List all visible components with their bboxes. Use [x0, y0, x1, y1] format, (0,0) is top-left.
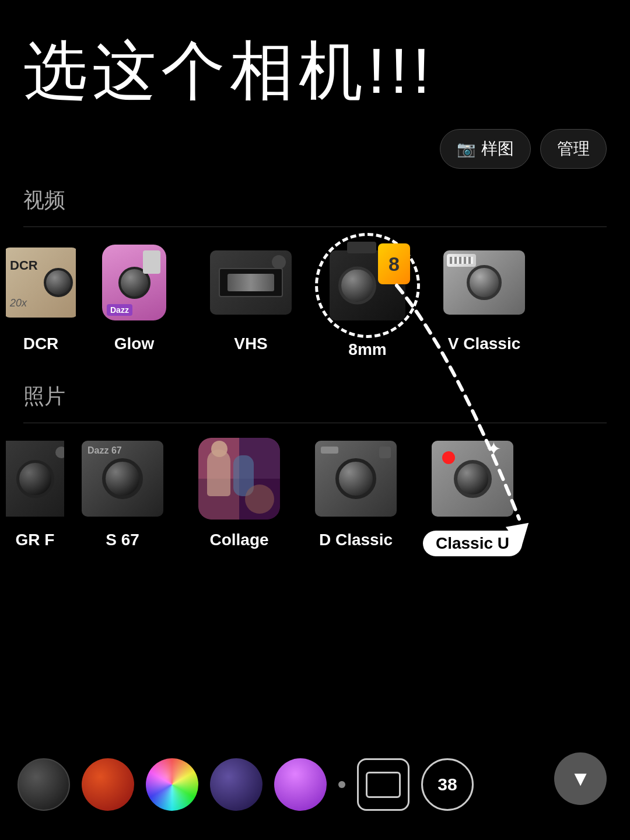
camera-item-vhs[interactable]: VHS: [192, 239, 309, 353]
collage-label: Collage: [209, 531, 268, 549]
grf-label: GR F: [16, 531, 55, 549]
video-section-label: 视频: [0, 180, 630, 226]
dcr-label: DCR: [23, 334, 59, 353]
camera-item-vclassic[interactable]: V Classic: [426, 239, 542, 353]
filter-dot-black[interactable]: [18, 758, 70, 811]
filter-dot-multicolor[interactable]: [146, 758, 198, 811]
camera-item-s67[interactable]: Dazz 67 S 67: [64, 435, 181, 549]
sample-button[interactable]: 📷 样图: [440, 129, 531, 169]
vhs-label: VHS: [234, 334, 268, 353]
classu-label: Classic U: [423, 531, 522, 556]
number-label: 38: [438, 775, 457, 794]
camera-item-collage[interactable]: Collage: [181, 435, 298, 549]
filter-dot-red[interactable]: [82, 758, 134, 811]
manage-label: 管理: [557, 138, 590, 160]
video-divider: [23, 226, 607, 227]
camera-item-dclassic[interactable]: D Classic: [298, 435, 414, 549]
top-buttons-bar: 📷 样图 管理: [0, 123, 630, 180]
title-section: 选这个相机!!!: [0, 0, 630, 123]
bottom-bar: 38: [0, 741, 630, 840]
8mm-label: 8mm: [348, 340, 386, 359]
manage-button[interactable]: 管理: [540, 129, 607, 169]
dcr-text: DCR: [10, 258, 38, 273]
video-camera-row: DCR 20x DCR Dazz Glow: [0, 239, 630, 377]
camera-item-classu[interactable]: ✦ Classic U: [414, 435, 531, 556]
filter-dot-purple-dark[interactable]: [210, 758, 262, 811]
number-button[interactable]: 38: [421, 758, 474, 811]
s67-label: S 67: [106, 531, 139, 549]
photo-camera-row: GR F Dazz 67 S 67: [0, 435, 630, 574]
glow-label: Glow: [114, 334, 154, 353]
vclassic-label: V Classic: [448, 334, 521, 353]
frame-button[interactable]: [357, 758, 410, 811]
camera-item-grf[interactable]: GR F: [6, 435, 64, 549]
camera-item-glow[interactable]: Dazz Glow: [76, 239, 192, 353]
scroll-down-button[interactable]: ▼: [554, 752, 607, 805]
filter-dot-purple-bright[interactable]: [274, 758, 327, 811]
camera-emoji-icon: 📷: [457, 140, 475, 158]
frame-icon: [366, 772, 401, 798]
filter-separator: [338, 781, 345, 788]
camera-item-8mm[interactable]: 8 8mm: [309, 239, 426, 359]
sample-label: 样图: [481, 138, 514, 160]
scroll-icon: ▼: [570, 766, 591, 791]
photo-section-label: 照片: [0, 377, 630, 423]
dclassic-label: D Classic: [319, 531, 393, 549]
page-title: 选这个相机!!!: [23, 35, 607, 106]
photo-divider: [23, 423, 607, 423]
dcr-zoom-text: 20x: [10, 297, 27, 309]
camera-item-dcr[interactable]: DCR 20x DCR: [6, 239, 76, 353]
